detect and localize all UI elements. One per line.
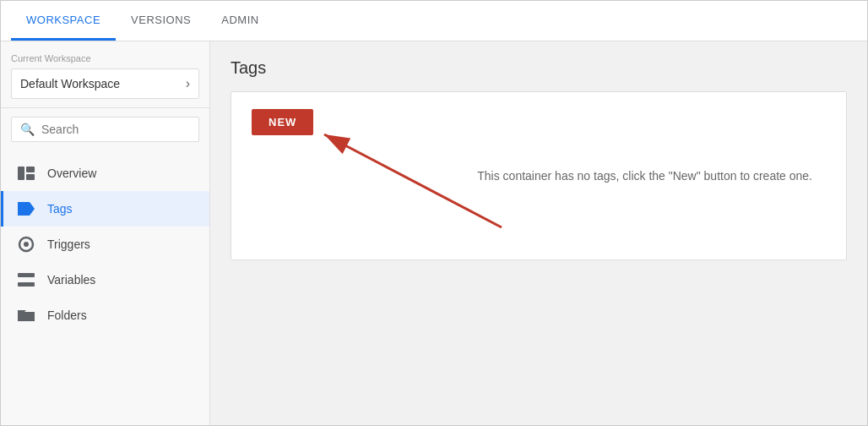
content-area: Tags NEW This container has no tags, cli… bbox=[210, 41, 867, 426]
sidebar-item-overview[interactable]: Overview bbox=[1, 156, 209, 191]
workspace-section: Current Workspace Default Workspace › bbox=[1, 41, 209, 108]
sidebar-item-label-folders: Folders bbox=[47, 309, 87, 322]
tab-workspace[interactable]: WORKSPACE bbox=[11, 1, 116, 41]
svg-rect-6 bbox=[18, 273, 35, 277]
current-workspace-label: Current Workspace bbox=[11, 53, 199, 63]
main-layout: Current Workspace Default Workspace › 🔍 bbox=[1, 41, 867, 426]
nav-items: Overview Tags Triggers bbox=[1, 150, 209, 333]
sidebar-item-triggers[interactable]: Triggers bbox=[1, 227, 209, 262]
sidebar-item-label-tags: Tags bbox=[47, 202, 73, 216]
top-nav: WORKSPACE VERSIONS ADMIN bbox=[1, 1, 867, 41]
svg-line-9 bbox=[324, 134, 502, 227]
sidebar-item-folders[interactable]: Folders bbox=[1, 298, 209, 333]
tab-versions[interactable]: VERSIONS bbox=[116, 1, 206, 41]
svg-marker-3 bbox=[18, 202, 35, 216]
svg-rect-2 bbox=[26, 174, 35, 180]
content-card: NEW This container has no tags, click th… bbox=[231, 91, 847, 260]
svg-rect-0 bbox=[18, 167, 24, 180]
triggers-icon bbox=[17, 237, 35, 252]
sidebar-item-label-overview: Overview bbox=[47, 167, 96, 180]
sidebar: Current Workspace Default Workspace › 🔍 bbox=[1, 41, 210, 426]
new-button[interactable]: NEW bbox=[252, 109, 313, 135]
workspace-selector[interactable]: Default Workspace › bbox=[11, 68, 199, 99]
sidebar-item-label-triggers: Triggers bbox=[47, 238, 90, 251]
search-input[interactable] bbox=[41, 123, 190, 136]
sidebar-item-variables[interactable]: Variables bbox=[1, 262, 209, 298]
svg-rect-1 bbox=[26, 167, 35, 172]
svg-point-5 bbox=[24, 242, 29, 247]
sidebar-item-label-variables: Variables bbox=[47, 273, 95, 287]
tab-admin[interactable]: ADMIN bbox=[206, 1, 274, 41]
chevron-right-icon: › bbox=[186, 76, 190, 91]
search-icon: 🔍 bbox=[20, 123, 35, 136]
search-box: 🔍 bbox=[11, 117, 199, 142]
folders-icon bbox=[17, 308, 35, 323]
workspace-name: Default Workspace bbox=[20, 77, 120, 90]
tags-icon bbox=[17, 201, 35, 216]
empty-message: This container has no tags, click the "N… bbox=[477, 169, 812, 183]
overview-icon bbox=[17, 166, 35, 181]
svg-rect-7 bbox=[18, 282, 35, 287]
sidebar-item-tags[interactable]: Tags bbox=[1, 191, 209, 227]
page-title: Tags bbox=[231, 58, 847, 78]
variables-icon bbox=[17, 272, 35, 287]
